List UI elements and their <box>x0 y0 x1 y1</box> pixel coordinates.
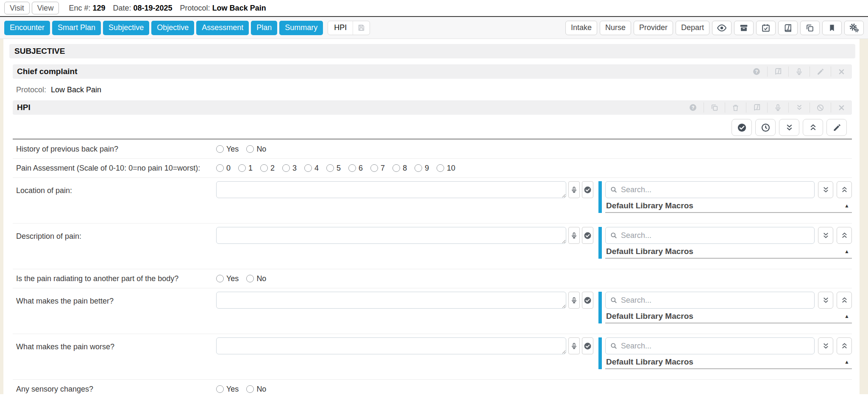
disable-button[interactable] <box>810 102 831 113</box>
delete-button[interactable] <box>725 102 746 113</box>
dictate-button[interactable] <box>568 181 580 198</box>
nav-encounter-button[interactable]: Encounter <box>4 21 50 35</box>
macro-panel: Default Library Macros ▲ <box>598 337 852 369</box>
nav-summary-button[interactable]: Summary <box>279 21 323 35</box>
question-label: What makes the pain better? <box>13 292 216 307</box>
form-row-pain-better: What makes the pain better? <box>13 288 852 334</box>
radio-option-3[interactable]: 3 <box>282 163 297 174</box>
macro-search-input[interactable] <box>621 231 810 240</box>
collapse-all-button[interactable] <box>818 181 833 198</box>
macro-library-header[interactable]: Default Library Macros ▲ <box>605 198 852 211</box>
dictate-button[interactable] <box>767 102 788 113</box>
calendar-button[interactable] <box>756 21 776 35</box>
radio-circle <box>260 164 268 172</box>
expand-all-button[interactable] <box>837 292 852 309</box>
expand-all-button[interactable] <box>837 337 852 354</box>
radio-label: 10 <box>447 163 455 174</box>
help-button[interactable]: ? <box>746 66 767 77</box>
dictate-button[interactable] <box>788 66 810 77</box>
radio-label: 8 <box>403 163 407 174</box>
copy-forward-button[interactable] <box>800 21 820 35</box>
book-icon <box>753 103 761 112</box>
pain-better-textarea[interactable] <box>216 292 566 309</box>
collapse-all-button[interactable] <box>818 292 833 309</box>
library-button[interactable] <box>778 21 798 35</box>
expand-all-icon <box>840 296 849 304</box>
pain-worse-textarea[interactable] <box>216 337 566 354</box>
radio-option-9[interactable]: 9 <box>415 163 429 174</box>
collapse-section-button[interactable] <box>788 102 810 113</box>
macro-library-header[interactable]: Default Library Macros ▲ <box>605 354 852 367</box>
macro-search-input[interactable] <box>621 185 810 194</box>
depart-button[interactable]: Depart <box>676 21 709 35</box>
nurse-button[interactable]: Nurse <box>600 21 631 35</box>
bookmark-button[interactable] <box>822 21 842 35</box>
collapse-all-button[interactable] <box>779 119 799 136</box>
confirm-button[interactable] <box>582 292 593 309</box>
radio-option-8[interactable]: 8 <box>392 163 407 174</box>
expand-all-button[interactable] <box>837 181 852 198</box>
visit-button[interactable]: Visit <box>4 2 30 14</box>
expand-all-button[interactable] <box>803 119 823 136</box>
close-button[interactable] <box>831 66 852 77</box>
dictate-button[interactable] <box>568 292 580 309</box>
archive-button[interactable] <box>734 21 754 35</box>
nav-objective-button[interactable]: Objective <box>151 21 194 35</box>
macros-library-button[interactable] <box>746 102 767 113</box>
close-button[interactable] <box>831 102 852 113</box>
form-row-location-of-pain: Location of pain: <box>13 177 852 223</box>
preview-button[interactable] <box>712 21 732 35</box>
history-button[interactable] <box>755 119 776 136</box>
macros-library-button[interactable] <box>767 66 788 77</box>
radio-option-6[interactable]: 6 <box>348 163 363 174</box>
macro-search-input[interactable] <box>621 342 810 351</box>
radio-option-5[interactable]: 5 <box>326 163 341 174</box>
radio-option-yes[interactable]: Yes <box>216 144 239 155</box>
description-of-pain-textarea[interactable] <box>216 227 566 244</box>
confirm-button[interactable] <box>582 227 593 244</box>
complete-check-icon <box>584 232 592 240</box>
radio-circle <box>304 164 312 172</box>
location-of-pain-textarea[interactable] <box>216 181 566 198</box>
macro-search-input[interactable] <box>621 296 810 305</box>
radio-option-1[interactable]: 1 <box>238 163 253 174</box>
radio-option-4[interactable]: 4 <box>304 163 319 174</box>
collapse-all-button[interactable] <box>818 337 833 354</box>
save-button[interactable] <box>353 24 370 32</box>
view-button[interactable]: View <box>32 2 59 14</box>
radio-option-yes[interactable]: Yes <box>216 384 239 395</box>
macro-library-header[interactable]: Default Library Macros ▲ <box>605 309 852 322</box>
search-icon <box>610 296 618 304</box>
radio-option-no[interactable]: No <box>246 273 266 284</box>
macro-search <box>605 227 815 244</box>
copy-button[interactable] <box>704 102 725 113</box>
collapse-all-button[interactable] <box>818 227 833 244</box>
nav-plan-button[interactable]: Plan <box>251 21 277 35</box>
radio-option-10[interactable]: 10 <box>437 163 455 174</box>
radio-option-7[interactable]: 7 <box>370 163 385 174</box>
intake-button[interactable]: Intake <box>565 21 597 35</box>
macro-library-header[interactable]: Default Library Macros ▲ <box>605 244 852 257</box>
confirm-button[interactable] <box>582 337 593 354</box>
settings-button[interactable] <box>844 21 864 35</box>
nav-subjective-button[interactable]: Subjective <box>103 21 149 35</box>
edit-button[interactable] <box>810 66 831 77</box>
radio-option-no[interactable]: No <box>246 384 266 395</box>
provider-button[interactable]: Provider <box>634 21 673 35</box>
tab-hpi[interactable]: HPI <box>328 21 370 35</box>
expand-all-button[interactable] <box>837 227 852 244</box>
dictate-button[interactable] <box>568 337 580 354</box>
radio-option-yes[interactable]: Yes <box>216 273 239 284</box>
nav-assessment-button[interactable]: Assessment <box>196 21 249 35</box>
radio-option-2[interactable]: 2 <box>260 163 275 174</box>
edit-button[interactable] <box>826 119 847 136</box>
confirm-button[interactable] <box>582 181 593 198</box>
help-button[interactable]: ? <box>682 102 704 113</box>
protocol-value: Low Back Pain <box>51 86 101 94</box>
dictate-button[interactable] <box>568 227 580 244</box>
macro-search <box>605 292 815 309</box>
radio-option-0[interactable]: 0 <box>216 163 231 174</box>
mark-complete-button[interactable] <box>732 119 752 136</box>
radio-option-no[interactable]: No <box>246 144 266 155</box>
nav-smart-plan-button[interactable]: Smart Plan <box>52 21 101 35</box>
